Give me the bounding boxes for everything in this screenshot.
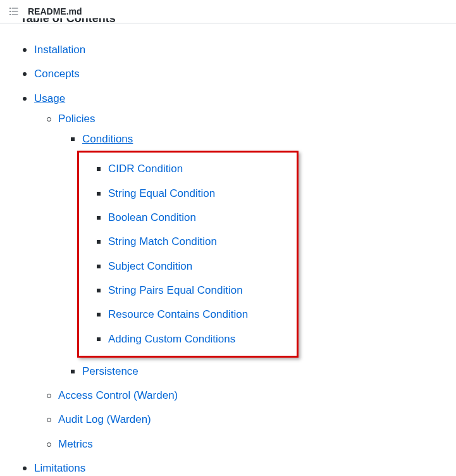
- link-audit-log[interactable]: Audit Log (Warden): [58, 413, 151, 425]
- link-boolean-condition[interactable]: Boolean Condition: [108, 211, 196, 223]
- list-item: Concepts: [34, 64, 436, 84]
- list-item: Access Control (Warden): [58, 385, 436, 406]
- link-access-control[interactable]: Access Control (Warden): [58, 389, 178, 401]
- list-item: String Match Condition: [108, 232, 294, 252]
- list-item: Limitations: [34, 458, 436, 476]
- list-item: Usage Policies Conditions CIDR Condition: [34, 89, 436, 454]
- link-conditions[interactable]: Conditions: [82, 133, 133, 145]
- list-item: Resource Contains Condition: [108, 304, 294, 325]
- list-item: Audit Log (Warden): [58, 410, 436, 430]
- link-resource-contains-condition[interactable]: Resource Contains Condition: [108, 308, 248, 320]
- list-item: Installation: [34, 40, 436, 60]
- link-metrics[interactable]: Metrics: [58, 438, 93, 450]
- link-cidr-condition[interactable]: CIDR Condition: [108, 163, 183, 175]
- link-string-equal-condition[interactable]: String Equal Condition: [108, 187, 215, 199]
- list-item: Persistence: [82, 361, 436, 382]
- link-usage[interactable]: Usage: [34, 92, 65, 104]
- readme-content: Table of Contents Installation Concepts …: [0, 18, 456, 476]
- toc-heading: Table of Contents: [20, 18, 436, 30]
- list-item: String Equal Condition: [108, 184, 294, 204]
- list-item: Policies Conditions CIDR Condition: [58, 109, 436, 382]
- link-subject-condition[interactable]: Subject Condition: [108, 260, 192, 272]
- list-item: CIDR Condition: [108, 159, 294, 179]
- list-item: Subject Condition: [108, 256, 294, 277]
- link-installation[interactable]: Installation: [34, 44, 85, 56]
- highlight-box: CIDR Condition String Equal Condition Bo…: [77, 151, 299, 357]
- toc-icon[interactable]: [9, 6, 19, 16]
- list-item: Boolean Condition: [108, 208, 294, 228]
- list-item: Adding Custom Conditions: [108, 329, 294, 349]
- toc-list: Installation Concepts Usage Policies Con…: [20, 40, 436, 476]
- link-concepts[interactable]: Concepts: [34, 68, 80, 80]
- file-name: README.md: [28, 6, 82, 16]
- link-adding-custom-conditions[interactable]: Adding Custom Conditions: [108, 333, 235, 345]
- list-item: String Pairs Equal Condition: [108, 280, 294, 301]
- link-string-pairs-equal-condition[interactable]: String Pairs Equal Condition: [108, 284, 243, 296]
- link-policies[interactable]: Policies: [58, 113, 96, 125]
- list-item: Conditions CIDR Condition String Equal C…: [82, 129, 436, 358]
- link-persistence[interactable]: Persistence: [82, 365, 139, 377]
- link-limitations[interactable]: Limitations: [34, 462, 85, 474]
- link-string-match-condition[interactable]: String Match Condition: [108, 235, 217, 247]
- list-item: Metrics: [58, 434, 436, 454]
